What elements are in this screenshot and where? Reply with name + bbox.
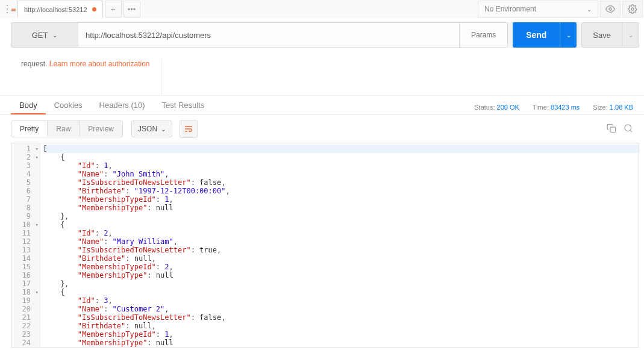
eye-icon (605, 4, 615, 14)
time-label: Time: (533, 104, 549, 111)
time-value: 83423 ms (551, 104, 580, 111)
status-label: Status: (474, 104, 495, 111)
size-label: Size: (593, 104, 607, 111)
divider (161, 58, 162, 95)
tab-cookies[interactable]: Cookies (46, 101, 91, 114)
top-tab-bar: ll http://localhost:53212 + ••• No Envir… (0, 0, 644, 18)
size-value: 1.08 KB (610, 104, 633, 111)
quicklook-button[interactable] (600, 1, 621, 17)
send-dropdown[interactable]: ⌄ (560, 22, 577, 48)
request-row: GET ⌄ Params Send ⌄ Save ⌄ (11, 22, 639, 48)
environment-value: No Environment (484, 5, 536, 13)
tab-body[interactable]: Body (11, 101, 46, 114)
tab-test-results[interactable]: Test Results (154, 101, 213, 114)
save-button[interactable]: Save (582, 23, 622, 47)
url-input[interactable] (78, 22, 460, 48)
chevron-down-icon: ⌄ (566, 32, 571, 39)
auth-text: request. Learn more about authorization (21, 58, 149, 95)
search-response-button[interactable] (624, 123, 633, 135)
status-value: 200 OK (497, 104, 519, 111)
view-preview[interactable]: Preview (80, 121, 122, 137)
tab-headers[interactable]: Headers (10) (91, 101, 154, 114)
view-raw[interactable]: Raw (48, 121, 80, 137)
request-tab[interactable]: http://localhost:53212 (17, 1, 103, 17)
svg-point-3 (625, 125, 631, 131)
format-select[interactable]: JSON ⌄ (131, 120, 172, 137)
authorization-strip: request. Learn more about authorization (0, 54, 644, 96)
save-button-group: Save ⌄ (581, 22, 639, 48)
response-body-code[interactable]: 123456789101112131415161718192021222324 … (11, 143, 639, 348)
gear-icon (628, 4, 637, 14)
send-button-group: Send ⌄ (513, 22, 577, 48)
drag-dots-icon (0, 0, 10, 18)
auth-learn-more-link[interactable]: Learn more about authorization (49, 60, 150, 68)
all-label: ll (10, 6, 17, 11)
tab-overflow-button[interactable]: ••• (123, 1, 140, 17)
unsaved-dot-icon (92, 7, 96, 11)
line-gutter: 123456789101112131415161718192021222324 (11, 143, 40, 347)
tab-title: http://localhost:53212 (24, 6, 87, 13)
search-icon (624, 123, 633, 133)
method-value: GET (32, 31, 48, 40)
svg-point-1 (631, 8, 634, 10)
copy-icon (607, 123, 616, 133)
line-wrap-button[interactable] (180, 120, 198, 138)
send-button[interactable]: Send (513, 22, 560, 48)
view-pretty[interactable]: Pretty (11, 121, 48, 137)
code-lines: [ { "Id": 1, "Name": "John Smith", "IsSu… (40, 143, 639, 347)
new-tab-button[interactable]: + (105, 1, 122, 17)
chevron-down-icon: ⌄ (628, 32, 633, 39)
settings-button[interactable] (622, 1, 643, 17)
copy-response-button[interactable] (607, 123, 616, 135)
chevron-down-icon: ⌄ (587, 6, 592, 13)
chevron-down-icon: ⌄ (161, 126, 166, 133)
view-mode-group: Pretty Raw Preview (11, 120, 123, 137)
params-button[interactable]: Params (460, 22, 508, 48)
svg-point-0 (609, 8, 611, 10)
wrap-icon (184, 124, 193, 134)
svg-rect-2 (610, 127, 616, 133)
response-meta: Status: 200 OK Time: 83423 ms Size: 1.08… (474, 104, 633, 114)
chevron-down-icon: ⌄ (52, 32, 57, 39)
body-view-row: Pretty Raw Preview JSON ⌄ (0, 115, 644, 143)
method-select[interactable]: GET ⌄ (11, 22, 78, 48)
save-dropdown[interactable]: ⌄ (622, 23, 639, 47)
response-tabs: Body Cookies Headers (10) Test Results S… (0, 96, 644, 115)
environment-select[interactable]: No Environment ⌄ (478, 1, 598, 17)
